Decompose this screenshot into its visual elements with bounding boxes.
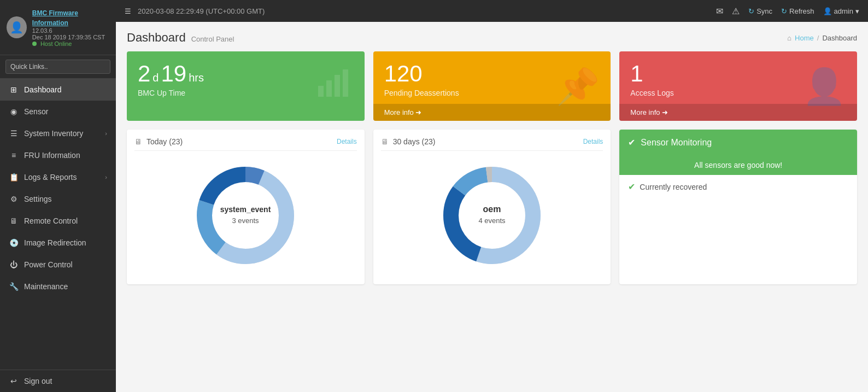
sidebar-item-label: Maintenance [24, 282, 68, 291]
uptime-hours: 19 [161, 62, 186, 85]
logs-icon: 📋 [9, 173, 19, 182]
sidebar-item-label: Settings [24, 195, 52, 203]
mail-icon[interactable]: ✉ [716, 6, 723, 16]
sensor-icon: ◉ [9, 107, 19, 116]
admin-chevron-icon: ▾ [855, 7, 859, 15]
svg-rect-3 [343, 69, 348, 97]
hamburger-button[interactable]: ☰ [125, 7, 131, 15]
svg-text:4 events: 4 events [478, 217, 506, 225]
avatar: 👤 [7, 16, 27, 38]
today-details-link[interactable]: Details [337, 138, 357, 145]
sidebar-item-power-control[interactable]: ⏻ Power Control [0, 254, 116, 276]
dashboard-icon: ⊞ [9, 85, 19, 94]
sensor-monitoring-card: ✔ Sensor Monitoring All sensors are good… [619, 130, 857, 284]
svg-text:system_event: system_event [220, 205, 271, 214]
sensor-recovered: ✔ Currently recovered [628, 182, 848, 192]
fru-icon: ≡ [9, 151, 19, 160]
page-title: Dashboard [127, 31, 186, 45]
chart-card-today: 🖥 Today (23) Details [127, 130, 365, 284]
sync-button[interactable]: ↻ Sync [748, 7, 772, 15]
sidebar-item-sensor[interactable]: ◉ Sensor [0, 101, 116, 122]
chart-icon [315, 65, 354, 108]
sidebar-item-dashboard[interactable]: ⊞ Dashboard [0, 79, 116, 101]
stats-row: 2 d 19 hrs BMC Up Time 120 [127, 51, 857, 121]
svg-rect-0 [318, 86, 324, 97]
today-donut-wrapper: system_event 3 events [134, 156, 357, 277]
power-icon: ⏻ [9, 260, 19, 269]
sensor-card-body: All sensors are good now! ✔ Currently re… [619, 155, 857, 200]
home-icon: ⌂ [787, 34, 791, 42]
sensor-good-banner: All sensors are good now! [619, 155, 857, 175]
firmware-date: Dec 18 2019 17:39:35 CST [32, 34, 109, 40]
30days-donut-wrapper: oem 4 events [381, 156, 603, 277]
signout-icon: ↩ [9, 377, 19, 385]
more-info-arrow-icon: ➜ [662, 108, 668, 116]
signout-label: Sign out [24, 377, 52, 385]
sidebar-item-system-inventory[interactable]: ☰ System Inventory › [0, 122, 116, 144]
sidebar-item-label: Sensor [24, 107, 48, 116]
page-title-area: Dashboard Control Panel [127, 31, 234, 45]
inventory-icon: ☰ [9, 129, 19, 138]
today-donut-chart: system_event 3 events [191, 161, 300, 270]
monitor-icon2: 🖥 [381, 137, 389, 146]
uptime-days-unit: d [153, 72, 159, 83]
stat-card-pending: 120 Pending Deassertions 📌 More info ➜ [373, 51, 611, 121]
svg-rect-2 [335, 75, 340, 97]
sensor-monitoring-title: Sensor Monitoring [641, 138, 712, 148]
sync-icon: ↻ [748, 7, 754, 15]
sidebar-profile: 👤 BMC Firmware Information 12.03.6 Dec 1… [0, 0, 116, 55]
sidebar-item-maintenance[interactable]: 🔧 Maintenance [0, 276, 116, 297]
quick-links-wrapper: Quick Links.. [0, 55, 116, 79]
firmware-link[interactable]: BMC Firmware Information [32, 9, 78, 27]
dashboard-area: Dashboard Control Panel ⌂ Home / Dashboa… [116, 22, 868, 392]
pin-icon: 📌 [556, 66, 600, 107]
sidebar-item-signout[interactable]: ↩ Sign out [0, 370, 116, 392]
maintenance-icon: 🔧 [9, 282, 19, 291]
quick-links-select[interactable]: Quick Links.. [5, 60, 110, 74]
chart-title-30days: 🖥 30 days (23) [381, 137, 436, 146]
chart-card-30days: 🖥 30 days (23) Details [373, 130, 611, 284]
firmware-version: 12.03.6 [32, 27, 109, 34]
chevron-right-icon: › [105, 174, 107, 180]
admin-menu[interactable]: 👤 admin ▾ [823, 7, 859, 15]
sidebar-nav: ⊞ Dashboard ◉ Sensor ☰ System Inventory … [0, 79, 116, 297]
charts-row: 🖥 Today (23) Details [127, 130, 857, 284]
sidebar-item-label: Power Control [24, 260, 73, 269]
breadcrumb-separator: / [817, 34, 819, 42]
sidebar-item-logs[interactable]: 📋 Logs & Reports › [0, 166, 116, 188]
sidebar-item-label: Logs & Reports [24, 173, 77, 182]
settings-icon: ⚙ [9, 195, 19, 203]
recovered-check-icon: ✔ [628, 182, 635, 192]
refresh-button[interactable]: ↻ Refresh [781, 7, 814, 15]
page-subtitle: Control Panel [191, 35, 234, 43]
sidebar-item-label: Image Redirection [24, 238, 86, 247]
chart-title-today: 🖥 Today (23) [134, 137, 183, 146]
chart-header-30days: 🖥 30 days (23) Details [381, 137, 603, 151]
sidebar: 👤 BMC Firmware Information 12.03.6 Dec 1… [0, 0, 116, 392]
topbar-datetime: 2020-03-08 22:29:49 (UTC+00:00 GMT) [138, 7, 265, 15]
sidebar-item-fru[interactable]: ≡ FRU Information [0, 144, 116, 166]
refresh-icon: ↻ [781, 7, 787, 15]
host-status: Host Online [32, 40, 109, 47]
sidebar-item-settings[interactable]: ⚙ Settings [0, 188, 116, 210]
main-content: ☰ 2020-03-08 22:29:49 (UTC+00:00 GMT) ✉ … [116, 0, 868, 392]
stat-card-access: 1 Access Logs 👤 More info ➜ [619, 51, 857, 121]
sidebar-item-label: Remote Control [24, 217, 78, 225]
breadcrumb-home[interactable]: Home [795, 34, 814, 42]
30days-details-link[interactable]: Details [583, 138, 603, 145]
alert-icon[interactable]: ⚠ [732, 6, 740, 16]
breadcrumb-bar: Dashboard Control Panel ⌂ Home / Dashboa… [127, 31, 857, 45]
sidebar-item-remote-control[interactable]: 🖥 Remote Control [0, 210, 116, 232]
user-icon: 👤 [10, 21, 24, 34]
recovered-label: Currently recovered [640, 183, 707, 191]
stat-card-uptime: 2 d 19 hrs BMC Up Time [127, 51, 365, 121]
chevron-right-icon: › [105, 130, 107, 137]
sidebar-item-image-redirection[interactable]: 💿 Image Redirection [0, 232, 116, 254]
sidebar-bottom: ↩ Sign out [0, 370, 116, 392]
sidebar-item-label: System Inventory [24, 129, 83, 138]
30days-donut-chart: oem 4 events [437, 161, 547, 270]
topbar-left: ☰ 2020-03-08 22:29:49 (UTC+00:00 GMT) [125, 7, 265, 15]
svg-text:oem: oem [483, 204, 501, 214]
topbar-right: ✉ ⚠ ↻ Sync ↻ Refresh 👤 admin ▾ [716, 6, 859, 16]
svg-rect-1 [326, 80, 332, 97]
